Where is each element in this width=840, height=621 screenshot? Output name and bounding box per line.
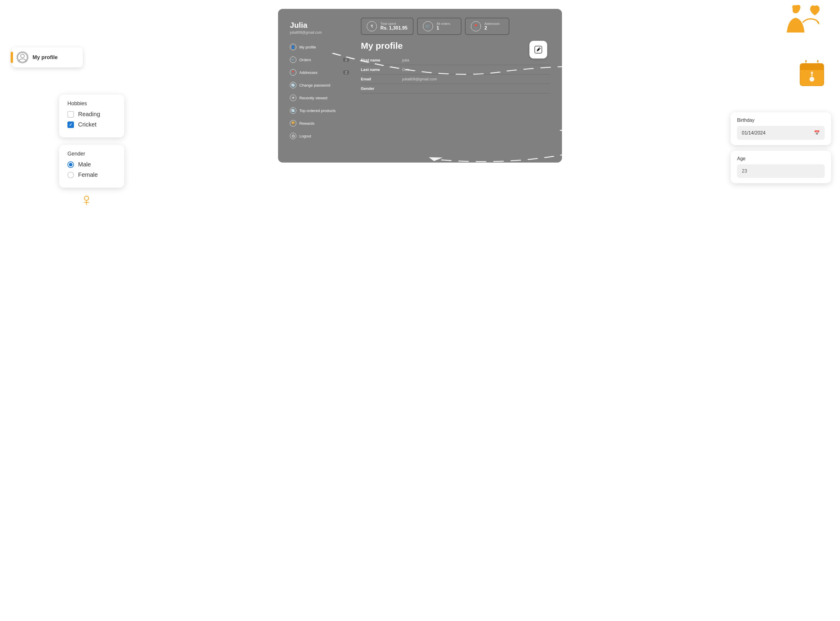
hobbies-popup: Hobbies Reading Cricket [59, 95, 124, 138]
field-email: Email julia808@gmail.com [361, 74, 550, 84]
stat-label: Addresses [485, 22, 500, 26]
sidebar-user-info: Julia julia808@gmail.com [284, 18, 355, 41]
hobby-cricket-label: Cricket [78, 121, 96, 128]
calendar-icon: 📅 [814, 130, 820, 136]
top-ordered-icon: 🔄 [290, 107, 296, 114]
orders-icon: 🛒 [290, 56, 296, 63]
deco-calendar-icon [799, 59, 828, 92]
reading-checkbox[interactable] [67, 111, 74, 118]
male-radio[interactable] [67, 161, 74, 168]
age-label: Age [737, 156, 825, 161]
stat-value: 1 [437, 26, 450, 31]
sidebar-item-top-ordered[interactable]: 🔄 Top ordered products [285, 105, 354, 117]
svg-point-8 [811, 71, 813, 74]
my-profile-floating-card: My profile [12, 47, 83, 67]
stat-addresses: 📍 Addresses 2 [465, 18, 509, 35]
sidebar-item-label: Top ordered products [299, 109, 336, 113]
sidebar-item-change-password[interactable]: 🔄 Change password [285, 79, 354, 91]
field-value: julia [402, 58, 409, 62]
rupee-icon: ₹ [367, 21, 377, 31]
sidebar-item-label: Change password [299, 83, 330, 88]
gender-male-label: Male [78, 161, 91, 168]
sidebar-email: julia808@gmail.com [290, 30, 349, 35]
svg-marker-12 [678, 74, 691, 79]
birthday-input[interactable]: 01/14/2024 📅 [737, 126, 825, 140]
main-card: Julia julia808@gmail.com 👤 My profile 🛒 … [278, 9, 562, 162]
deco-female-symbol: ♀ [80, 189, 93, 210]
field-last-name: Last name Deo [361, 65, 550, 74]
sidebar-item-label: Rewards [299, 121, 314, 126]
stat-value: Rs. 1,301.95 [380, 26, 407, 31]
gender-popup: Gender Male Female [59, 145, 124, 188]
stat-info: All orders 1 [437, 22, 450, 31]
svg-point-6 [810, 77, 814, 82]
hobby-reading[interactable]: Reading [67, 111, 116, 118]
sidebar-item-addresses[interactable]: 📍 Addresses 2 [285, 66, 354, 79]
profile-title: My profile [361, 41, 550, 51]
stats-row: ₹ Total spent Rs. 1,301.95 🛒 All orders … [361, 18, 550, 35]
sidebar-item-label: My profile [299, 45, 316, 49]
gender-male[interactable]: Male [67, 161, 116, 168]
sidebar-username: Julia [290, 21, 349, 30]
sidebar-item-label: Recently viewed [299, 96, 327, 100]
stat-label: All orders [437, 22, 450, 26]
sidebar-item-label: Addresses [299, 70, 317, 75]
sidebar-item-my-profile[interactable]: 👤 My profile [285, 41, 354, 53]
hobby-cricket[interactable]: Cricket [67, 121, 116, 128]
my-profile-avatar [17, 51, 28, 63]
stat-label: Total spent [380, 22, 407, 26]
birthday-value: 01/14/2024 [742, 130, 766, 136]
main-content: ₹ Total spent Rs. 1,301.95 🛒 All orders … [355, 15, 556, 157]
age-card: Age 23 [731, 151, 831, 183]
logout-icon: ⏻ [290, 133, 296, 139]
field-first-name: First name julia [361, 56, 550, 65]
svg-rect-2 [800, 67, 824, 70]
orange-accent-bar [11, 52, 13, 63]
cart-icon: 🛒 [423, 21, 433, 31]
location-icon: 📍 [471, 21, 481, 31]
addresses-badge: 2 [343, 70, 349, 74]
orders-badge: 1 [343, 58, 349, 62]
password-icon: 🔄 [290, 82, 296, 88]
sidebar-item-recently-viewed[interactable]: 👁 Recently viewed [285, 92, 354, 104]
profile-icon: 👤 [290, 44, 296, 50]
field-label: Last name [361, 67, 402, 72]
gender-female-label: Female [78, 171, 98, 178]
sidebar-item-orders[interactable]: 🛒 Orders 1 [285, 53, 354, 66]
stat-info: Total spent Rs. 1,301.95 [380, 22, 407, 31]
sidebar-nav: 👤 My profile 🛒 Orders 1 📍 Addresses 2 🔄 … [284, 41, 355, 142]
addresses-icon: 📍 [290, 69, 296, 76]
stat-total-spent: ₹ Total spent Rs. 1,301.95 [361, 18, 413, 35]
my-profile-label: My profile [32, 55, 58, 61]
profile-section: My profile First name julia Last name [361, 41, 550, 93]
field-label: Gender [361, 86, 402, 91]
hobbies-title: Hobbies [67, 100, 116, 107]
sidebar-item-logout[interactable]: ⏻ Logout [285, 130, 354, 142]
field-label: First name [361, 58, 402, 62]
sidebar-item-label: Logout [299, 134, 311, 138]
age-input[interactable]: 23 [737, 164, 825, 178]
birthday-label: Birthday [737, 118, 825, 123]
field-gender: Gender [361, 84, 550, 93]
sidebar-item-rewards[interactable]: 🏆 Rewards [285, 117, 354, 129]
sidebar: Julia julia808@gmail.com 👤 My profile 🛒 … [284, 15, 355, 157]
female-radio[interactable] [67, 172, 74, 178]
gender-title: Gender [67, 151, 116, 157]
deco-person-icon [775, 3, 822, 44]
birthday-card: Birthday 01/14/2024 📅 [731, 112, 831, 145]
svg-point-11 [21, 54, 24, 58]
field-label: Email [361, 77, 402, 81]
cricket-checkbox[interactable] [67, 121, 74, 128]
edit-profile-button[interactable] [529, 41, 547, 59]
stat-value: 2 [485, 26, 500, 31]
eye-icon: 👁 [290, 95, 296, 101]
age-value: 23 [742, 168, 747, 174]
gender-female[interactable]: Female [67, 171, 116, 178]
page-wrapper: ♀ Julia julia808@gmail.com 👤 My profile … [0, 0, 840, 219]
stat-all-orders: 🛒 All orders 1 [417, 18, 462, 35]
field-value: Deo [402, 67, 409, 72]
hobby-reading-label: Reading [78, 111, 100, 118]
sidebar-item-label: Orders [299, 58, 311, 62]
rewards-icon: 🏆 [290, 120, 296, 127]
field-value: julia808@gmail.com [402, 77, 437, 81]
